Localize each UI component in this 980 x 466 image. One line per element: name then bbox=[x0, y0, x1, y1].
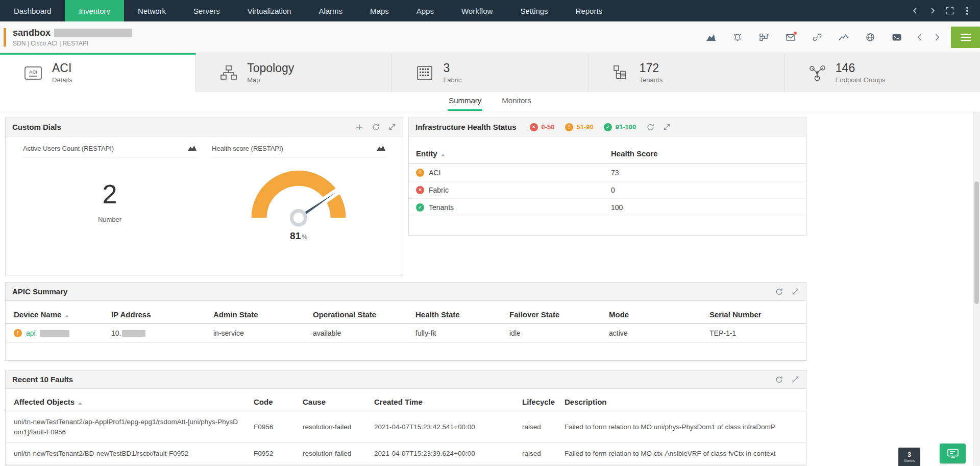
performance-chart-icon[interactable] bbox=[701, 29, 721, 46]
nav-item-workflow[interactable]: Workflow bbox=[448, 0, 506, 21]
column-header-device-name[interactable]: Device Name bbox=[14, 310, 111, 319]
alarms-badge[interactable]: 3 Alarms bbox=[898, 448, 920, 466]
operational-state: available bbox=[313, 329, 415, 337]
tab-card-title: 3 bbox=[443, 62, 461, 75]
entity-name: Fabric bbox=[429, 186, 449, 194]
tab-monitors[interactable]: Monitors bbox=[501, 96, 532, 111]
fault-description: Failed to form relation to MO ctx-Ansibl… bbox=[565, 450, 798, 457]
nav-next-chevron-icon[interactable] bbox=[926, 4, 939, 17]
device-link[interactable]: api bbox=[26, 329, 36, 337]
tab-card-topology-map[interactable]: Topology Map bbox=[196, 53, 392, 91]
support-chat-button[interactable] bbox=[940, 444, 966, 463]
nav-item-network[interactable]: Network bbox=[124, 0, 180, 21]
terminal-icon[interactable] bbox=[887, 29, 907, 46]
nav-item-reports[interactable]: Reports bbox=[562, 0, 617, 21]
hamburger-menu-button[interactable] bbox=[951, 27, 980, 48]
tab-card-aci-details[interactable]: ACI ACI Details bbox=[0, 53, 196, 91]
column-header-admin-state[interactable]: Admin State bbox=[213, 310, 313, 319]
endpoint-groups-icon bbox=[808, 64, 826, 82]
tab-card-title: 172 bbox=[640, 62, 663, 75]
link-icon[interactable] bbox=[807, 29, 827, 46]
mail-icon[interactable] bbox=[780, 29, 801, 46]
nav-item-apps[interactable]: Apps bbox=[403, 0, 448, 21]
nav-item-servers[interactable]: Servers bbox=[180, 0, 234, 21]
refresh-icon[interactable] bbox=[775, 376, 783, 384]
column-header-health-state[interactable]: Health State bbox=[415, 310, 509, 319]
scrollbar-thumb[interactable] bbox=[974, 181, 979, 304]
summary-monitor-tabs: Summary Monitors bbox=[0, 91, 980, 111]
device-group-icon[interactable] bbox=[754, 29, 774, 46]
nav-item-virtualization[interactable]: Virtualization bbox=[234, 0, 305, 21]
alarm-bell-icon[interactable] bbox=[727, 29, 748, 46]
health-legend: 0-50 51-90 91-100 bbox=[530, 123, 636, 131]
tab-card-title: Topology bbox=[247, 62, 294, 75]
tab-card-endpoint-groups[interactable]: 146 Endpoint Groups bbox=[785, 53, 980, 91]
column-header-health-score[interactable]: Health Score bbox=[611, 149, 799, 158]
column-header-serial-number[interactable]: Serial Number bbox=[709, 310, 798, 319]
nav-label: Network bbox=[138, 7, 166, 15]
alarm-count: 3 bbox=[908, 451, 911, 458]
mode: active bbox=[609, 329, 709, 337]
nav-label: Settings bbox=[520, 7, 548, 15]
warning-icon bbox=[565, 123, 573, 131]
prev-device-chevron-icon[interactable] bbox=[913, 31, 926, 44]
critical-icon bbox=[416, 186, 424, 194]
dial-title: Health score (RESTAPI) bbox=[212, 145, 283, 152]
tab-card-tenants[interactable]: 172 Tenants bbox=[589, 53, 785, 91]
sparkline-icon[interactable] bbox=[834, 29, 854, 46]
column-header-entity[interactable]: Entity bbox=[416, 149, 611, 158]
fault-created-time: 2021-04-07T15:23:42.541+00:00 bbox=[374, 423, 522, 431]
panel-title: Custom Dials bbox=[12, 123, 61, 131]
fullscreen-toggle-icon[interactable] bbox=[943, 4, 957, 17]
refresh-icon[interactable] bbox=[775, 288, 783, 296]
column-header-failover-state[interactable]: Failover State bbox=[509, 310, 609, 319]
main-content: Custom Dials Active Users Count bbox=[0, 111, 980, 465]
area-chart-icon bbox=[188, 145, 197, 152]
nav-item-maps[interactable]: Maps bbox=[356, 0, 403, 21]
refresh-icon[interactable] bbox=[646, 123, 654, 131]
kebab-menu-icon[interactable] bbox=[961, 4, 974, 17]
column-header-ip-address[interactable]: IP Address bbox=[111, 310, 213, 319]
nav-prev-chevron-icon[interactable] bbox=[909, 4, 922, 17]
tab-card-subtitle: Tenants bbox=[640, 76, 663, 84]
tab-summary[interactable]: Summary bbox=[448, 96, 482, 111]
fault-description: Failed to form relation to MO uni/phys-P… bbox=[565, 423, 798, 431]
column-header-operational-state[interactable]: Operational State bbox=[313, 310, 415, 319]
tab-card-fabric[interactable]: 3 Fabric bbox=[392, 53, 588, 91]
svg-text:ACI: ACI bbox=[29, 69, 37, 75]
globe-icon[interactable] bbox=[860, 29, 880, 46]
column-header-code[interactable]: Code bbox=[254, 398, 303, 406]
dial-value: 2 bbox=[23, 179, 197, 209]
tab-label: Summary bbox=[449, 96, 481, 105]
gauge-unit: % bbox=[302, 234, 307, 241]
column-header-cause[interactable]: Cause bbox=[303, 398, 374, 406]
expand-icon[interactable] bbox=[791, 376, 799, 384]
nav-item-dashboard[interactable]: Dashboard bbox=[0, 0, 65, 21]
dial-active-users: Active Users Count (RESTAPI) 2 Number bbox=[23, 145, 197, 242]
nav-label: Inventory bbox=[79, 7, 110, 15]
refresh-icon[interactable] bbox=[372, 123, 380, 131]
expand-icon[interactable] bbox=[388, 123, 396, 131]
affected-object: uni/tn-newTestTenant2/ap-ApplProf1/epg-e… bbox=[14, 417, 254, 437]
legend-clear: 91-100 bbox=[604, 123, 636, 131]
column-header-lifecycle[interactable]: Lifecycle bbox=[522, 398, 565, 406]
column-header-mode[interactable]: Mode bbox=[609, 310, 709, 319]
nav-item-alarms[interactable]: Alarms bbox=[305, 0, 356, 21]
nav-label: Workflow bbox=[461, 7, 493, 15]
nav-item-inventory[interactable]: Inventory bbox=[65, 0, 124, 21]
nav-item-settings[interactable]: Settings bbox=[506, 0, 561, 21]
column-header-affected-objects[interactable]: Affected Objects bbox=[14, 398, 254, 406]
fault-code: F0956 bbox=[254, 423, 303, 431]
column-header-created-time[interactable]: Created Time bbox=[374, 398, 522, 406]
clear-icon bbox=[416, 203, 424, 212]
next-device-chevron-icon[interactable] bbox=[930, 31, 944, 44]
redacted-device-name bbox=[40, 330, 69, 337]
top-nav: Dashboard Inventory Network Servers Virt… bbox=[0, 0, 980, 21]
fault-code: F0952 bbox=[254, 450, 303, 457]
warning-icon bbox=[14, 329, 22, 337]
expand-icon[interactable] bbox=[791, 288, 799, 296]
add-dial-icon[interactable] bbox=[355, 123, 363, 131]
fault-created-time: 2021-04-07T15:23:39.624+00:00 bbox=[374, 450, 522, 457]
expand-icon[interactable] bbox=[663, 123, 671, 131]
column-header-description[interactable]: Description bbox=[565, 398, 798, 406]
